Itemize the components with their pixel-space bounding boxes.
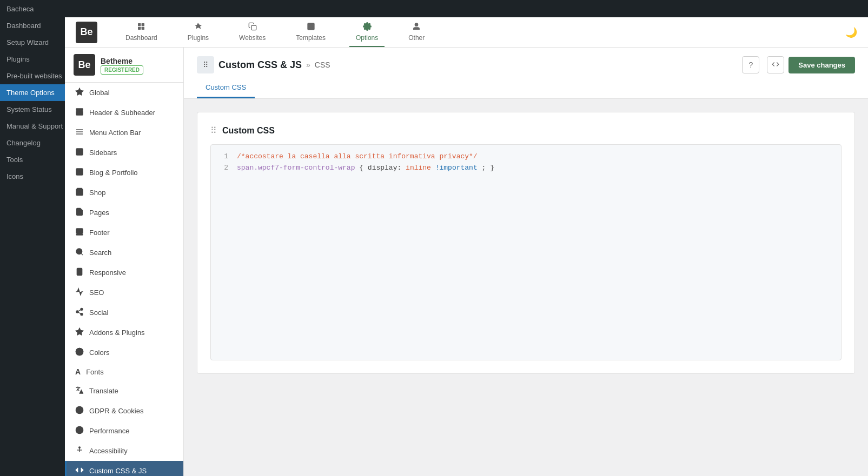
sidebar-item-icons[interactable]: Icons (0, 168, 65, 185)
code-comment-1: /*accostare la casella alla scritta info… (237, 151, 478, 163)
sidebar-item-plugins[interactable]: Plugins (0, 51, 65, 68)
nav-header[interactable]: Header & Subheader (65, 103, 183, 123)
code-property: { display: (359, 164, 406, 172)
svg-marker-10 (76, 88, 83, 95)
topbar-item-options[interactable]: Options (349, 17, 385, 47)
nav-header-label: Header & Subheader (89, 109, 155, 117)
wp-sidebar: Dashboard Setup Wizard Plugins Pre-built… (0, 17, 65, 476)
sidebar-item-dashboard[interactable]: Dashboard (0, 17, 65, 34)
responsive-icon (75, 267, 84, 278)
help-button[interactable]: ? (742, 56, 759, 73)
nav-pages[interactable]: Pages (65, 203, 183, 223)
sidebar-item-theme-options[interactable]: Theme Options (0, 84, 65, 101)
svg-rect-16 (76, 149, 83, 155)
sidebar-item-setup-wizard[interactable]: Setup Wizard (0, 34, 65, 51)
svg-rect-18 (76, 169, 83, 175)
svg-point-39 (79, 447, 81, 448)
accessibility-icon (75, 446, 84, 456)
nav-search-label: Search (89, 249, 111, 257)
nav-addons-label: Addons & Plugins (89, 328, 145, 337)
fonts-icon: A (75, 367, 81, 376)
nav-search[interactable]: Search (65, 243, 183, 263)
topbar-websites-label: Websites (239, 34, 266, 42)
sidebar-item-changelog[interactable]: Changelog (0, 135, 65, 151)
svg-rect-4 (251, 25, 256, 30)
sidebar-item-prebuilt[interactable]: Pre-built websites (0, 68, 65, 84)
section-title: Custom CSS (222, 126, 275, 136)
nav-seo-label: SEO (89, 289, 104, 297)
nav-accessibility[interactable]: Accessibility (65, 441, 183, 461)
nav-colors[interactable]: Colors (65, 343, 183, 363)
gear-icon (363, 22, 372, 32)
topbar-item-websites[interactable]: Websites (233, 17, 272, 47)
topbar-item-dashboard[interactable]: Dashboard (119, 17, 164, 47)
gdpr-icon (75, 406, 84, 416)
nav-blog-portfolio[interactable]: Blog & Portfolio (65, 163, 183, 183)
nav-translate-label: Translate (89, 387, 118, 395)
be-logo-box: Be (76, 22, 97, 43)
svg-point-30 (76, 311, 78, 313)
code-editor[interactable]: 1 /*accostare la casella alla scritta in… (210, 144, 842, 360)
svg-rect-2 (138, 26, 141, 29)
addons-icon (75, 327, 84, 338)
nav-shop-label: Shop (89, 189, 105, 197)
section-drag-handle: ⠿ (210, 125, 217, 136)
drag-handle: ⠿ (197, 56, 214, 73)
sidebar-item-system-status[interactable]: System Status (0, 101, 65, 118)
header-icon (75, 108, 84, 118)
content-header: ⠿ Custom CSS & JS » CSS ? (184, 48, 868, 99)
shop-icon (75, 187, 84, 198)
svg-rect-0 (138, 23, 141, 26)
nav-sidebars[interactable]: Sidebars (65, 143, 183, 163)
svg-rect-24 (76, 234, 83, 235)
nav-menu-action-bar[interactable]: Menu Action Bar (65, 123, 183, 143)
be-logo-small: Be (74, 54, 95, 76)
nav-shop[interactable]: Shop (65, 183, 183, 203)
grid-icon (137, 22, 145, 32)
nav-performance[interactable]: Performance (65, 421, 183, 441)
code-selector: span.wpcf7-form-control-wrap (237, 164, 355, 172)
pages-icon (75, 207, 84, 218)
section-card: ⠿ Custom CSS 1 /*accostare la casella al… (197, 112, 855, 374)
svg-point-25 (76, 249, 82, 254)
line-number-1: 1 (217, 151, 228, 163)
nav-fonts[interactable]: A Fonts (65, 363, 183, 381)
admin-site-name[interactable]: Bacheca (6, 5, 34, 13)
svg-rect-5 (308, 23, 314, 30)
code-keyword: !important (435, 164, 478, 172)
nav-responsive[interactable]: Responsive (65, 263, 183, 283)
svg-rect-12 (76, 111, 83, 115)
svg-rect-3 (142, 26, 144, 29)
code-line-2: 2 span.wpcf7-form-control-wrap { display… (217, 163, 834, 174)
sidebar-item-manual[interactable]: Manual & Support (0, 118, 65, 135)
plugin-icon (194, 22, 202, 32)
seo-icon (75, 287, 84, 298)
nav-footer-label: Footer (89, 229, 110, 237)
nav-colors-label: Colors (89, 348, 110, 357)
nav-custom-css-js-label: Custom CSS & JS (89, 467, 147, 475)
nav-social[interactable]: Social (65, 303, 183, 323)
svg-rect-23 (76, 229, 83, 233)
topbar-dashboard-label: Dashboard (125, 34, 157, 42)
nav-translate[interactable]: Translate (65, 381, 183, 401)
nav-footer[interactable]: Footer (65, 223, 183, 243)
svg-line-32 (78, 312, 81, 314)
nav-addons-plugins[interactable]: Addons & Plugins (65, 323, 183, 343)
topbar-item-templates[interactable]: Templates (289, 17, 332, 47)
nav-seo[interactable]: SEO (65, 283, 183, 303)
plugin-sidebar: Be Betheme REGISTERED Global (65, 48, 184, 476)
nav-custom-css-js[interactable]: Custom CSS & JS (65, 461, 183, 476)
code-button[interactable] (767, 56, 784, 73)
code-value: inline (406, 164, 431, 172)
topbar-item-plugins[interactable]: Plugins (181, 17, 215, 47)
tab-custom-css[interactable]: Custom CSS (197, 78, 255, 98)
nav-global[interactable]: Global (65, 83, 183, 103)
be-topbar: Be Dashboard Plugins Websites (65, 17, 868, 48)
sidebar-icon (75, 148, 84, 158)
sidebar-item-tools[interactable]: Tools (0, 151, 65, 168)
save-changes-button[interactable]: Save changes (789, 57, 855, 73)
svg-rect-27 (77, 268, 82, 275)
nav-gdpr[interactable]: GDPR & Cookies (65, 401, 183, 421)
topbar-item-other[interactable]: Other (402, 17, 431, 47)
dark-mode-toggle[interactable]: 🌙 (845, 26, 857, 38)
